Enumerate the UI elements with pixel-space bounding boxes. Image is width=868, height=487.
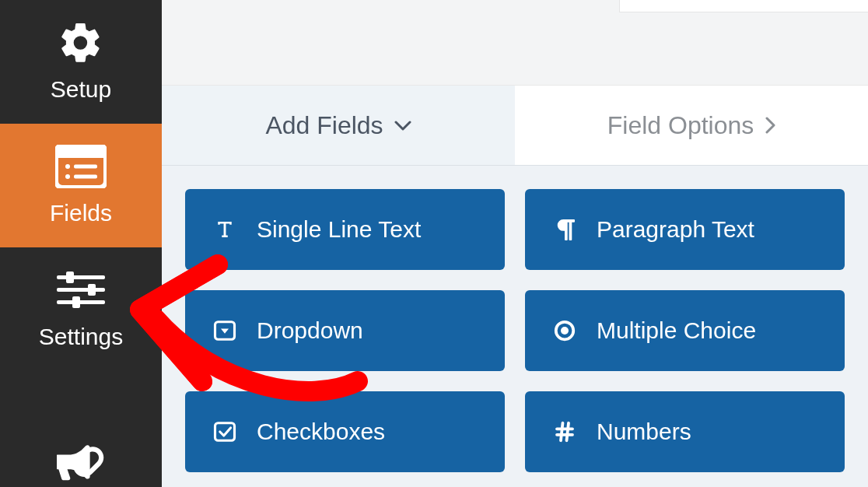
main-panel: Add Fields Field Options Single Line Tex… bbox=[162, 0, 868, 487]
svg-line-23 bbox=[567, 423, 569, 441]
svg-rect-12 bbox=[66, 272, 74, 283]
hash-icon bbox=[551, 420, 578, 443]
dropdown-icon bbox=[212, 319, 238, 342]
sidebar-item-fields[interactable]: Fields bbox=[0, 124, 162, 247]
svg-point-18 bbox=[561, 327, 569, 335]
sidebar-item-label: Settings bbox=[39, 324, 123, 350]
svg-rect-8 bbox=[74, 175, 97, 179]
text-cursor-icon bbox=[212, 218, 238, 241]
field-dropdown[interactable]: Dropdown bbox=[185, 290, 505, 371]
tab-field-options[interactable]: Field Options bbox=[515, 86, 868, 165]
field-paragraph-text[interactable]: Paragraph Text bbox=[525, 189, 845, 270]
chevron-right-icon bbox=[765, 117, 775, 134]
tab-label: Add Fields bbox=[265, 111, 383, 140]
pilcrow-icon bbox=[551, 218, 578, 241]
field-numbers[interactable]: Numbers bbox=[525, 391, 845, 472]
megaphone-icon bbox=[57, 442, 105, 487]
top-bar bbox=[162, 0, 868, 86]
sidebar-item-settings[interactable]: Settings bbox=[0, 247, 162, 371]
chevron-down-icon bbox=[394, 120, 411, 131]
sidebar: Setup Fields bbox=[0, 0, 162, 487]
sidebar-item-label: Fields bbox=[50, 200, 112, 226]
field-label: Paragraph Text bbox=[597, 216, 754, 243]
sidebar-item-marketing[interactable] bbox=[0, 370, 162, 487]
svg-rect-14 bbox=[72, 296, 80, 308]
list-box-icon bbox=[55, 144, 107, 189]
field-single-line-text[interactable]: Single Line Text bbox=[185, 189, 505, 270]
svg-rect-3 bbox=[55, 158, 107, 188]
svg-rect-6 bbox=[74, 165, 97, 169]
svg-line-22 bbox=[561, 423, 563, 441]
sidebar-item-setup[interactable]: Setup bbox=[0, 0, 162, 124]
svg-rect-15 bbox=[224, 222, 226, 236]
fields-grid: Single Line Text Paragraph Text Dropdown… bbox=[162, 166, 868, 472]
top-segment bbox=[619, 0, 868, 12]
field-label: Numbers bbox=[597, 419, 691, 445]
check-icon bbox=[212, 420, 238, 443]
gear-icon bbox=[58, 20, 104, 65]
svg-point-7 bbox=[65, 174, 70, 179]
svg-rect-19 bbox=[215, 423, 235, 441]
svg-rect-9 bbox=[57, 275, 105, 279]
radio-icon bbox=[551, 319, 578, 342]
field-label: Single Line Text bbox=[257, 216, 421, 243]
field-label: Checkboxes bbox=[257, 419, 385, 445]
svg-rect-11 bbox=[57, 300, 105, 304]
tab-add-fields[interactable]: Add Fields bbox=[162, 86, 515, 165]
field-label: Dropdown bbox=[257, 317, 363, 344]
svg-rect-10 bbox=[57, 288, 105, 292]
field-label: Multiple Choice bbox=[597, 317, 756, 344]
field-multiple-choice[interactable]: Multiple Choice bbox=[525, 290, 845, 371]
tab-label: Field Options bbox=[607, 111, 754, 140]
sidebar-item-label: Setup bbox=[51, 76, 111, 103]
svg-rect-13 bbox=[88, 284, 96, 296]
tabs: Add Fields Field Options bbox=[162, 86, 868, 166]
field-checkboxes[interactable]: Checkboxes bbox=[185, 391, 505, 472]
svg-point-5 bbox=[65, 164, 70, 169]
sliders-icon bbox=[57, 268, 105, 313]
